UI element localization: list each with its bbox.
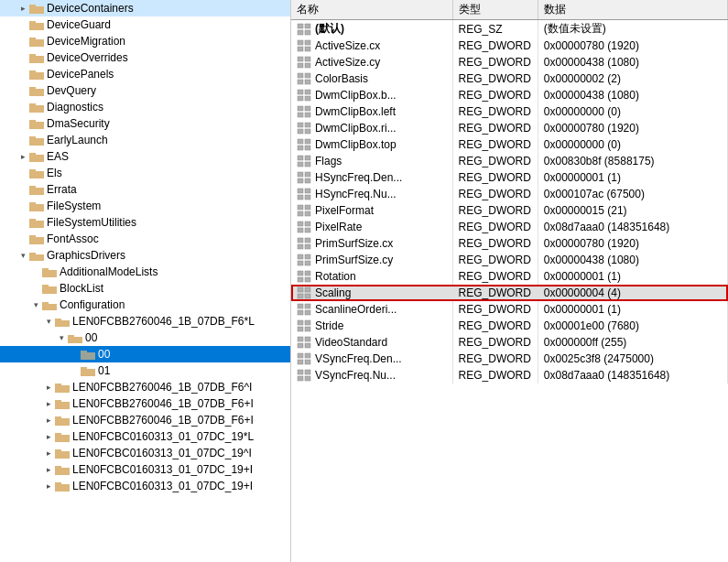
table-row[interactable]: ColorBasisREG_DWORD0x00000002 (2) [291, 70, 728, 87]
table-row[interactable]: RotationREG_DWORD0x00000001 (1) [291, 268, 728, 285]
reg-value-icon [297, 237, 311, 250]
reg-value-icon [297, 105, 311, 118]
table-row[interactable]: DwmClipBox.ri...REG_DWORD0x00000780 (192… [291, 120, 728, 136]
tree-item-DmaSecurity[interactable]: DmaSecurity [0, 115, 290, 132]
svg-rect-49 [55, 402, 70, 409]
svg-rect-37 [42, 302, 49, 304]
svg-rect-112 [305, 228, 310, 232]
tree-item-BlockList[interactable]: BlockList [0, 280, 290, 297]
svg-rect-80 [305, 96, 310, 101]
table-row[interactable]: ActiveSize.cxREG_DWORD0x00000780 (1920) [291, 38, 728, 54]
table-row[interactable]: ScanlineOrderi...REG_DWORD0x00000001 (1) [291, 301, 728, 318]
tree-item-label: LEN0FCBC0160313_01_07DC_19+I [72, 478, 290, 494]
tree-item-LEN0FCBC0160313_01_07DC_19_L[interactable]: LEN0FCBC0160313_01_07DC_19*L [0, 428, 290, 445]
col-header-data: 数据 [538, 0, 727, 20]
tree-item-label: LEN0FCBB2760046_1B_07DB_F6+I [72, 395, 290, 412]
tree-item-DeviceGuard[interactable]: DeviceGuard [0, 16, 290, 33]
tree-item-EAS[interactable]: EAS [0, 148, 290, 165]
svg-rect-132 [305, 310, 310, 315]
svg-rect-54 [55, 433, 61, 436]
table-row[interactable]: ScalingREG_DWORD0x00000004 (4) [291, 285, 728, 301]
tree-item-Diagnostics[interactable]: Diagnostics [0, 99, 290, 115]
table-row[interactable]: ActiveSize.cyREG_DWORD0x00000438 (1080) [291, 54, 728, 70]
table-row[interactable]: (默认)REG_SZ(数值未设置) [291, 20, 728, 38]
table-row[interactable]: DwmClipBox.leftREG_DWORD0x00000000 (0) [291, 103, 728, 120]
reg-value-name-text: Flags [315, 155, 342, 168]
table-row[interactable]: VSyncFreq.Nu...REG_DWORD0x08d7aaa0 (1483… [291, 367, 728, 384]
tree-item-DevQuery[interactable]: DevQuery [0, 82, 290, 99]
tree-item-LEN0FCBC0160313_01_07DC_19_4[interactable]: LEN0FCBC0160313_01_07DC_19+I [0, 478, 290, 494]
tree-item-label: Diagnostics [47, 99, 290, 115]
svg-rect-44 [81, 348, 95, 361]
svg-rect-47 [55, 385, 70, 393]
table-row[interactable]: VSyncFreq.Den...REG_DWORD0x0025c3f8 (247… [291, 351, 728, 367]
tree-item-Errata[interactable]: Errata [0, 181, 290, 198]
tree-item-DeviceContainers[interactable]: DeviceContainers [0, 0, 290, 16]
tree-item-LEN0FCBB2760046_1B_07DB_F6_3[interactable]: LEN0FCBB2760046_1B_07DB_F6+I [0, 395, 290, 412]
table-row[interactable]: DwmClipBox.topREG_DWORD0x00000000 (0) [291, 136, 728, 153]
svg-rect-28 [29, 237, 44, 244]
tree-arrow [29, 265, 42, 278]
table-row[interactable]: StrideREG_DWORD0x00001e00 (7680) [291, 318, 728, 334]
tree-item-FontAssoc[interactable]: FontAssoc [0, 231, 290, 247]
table-row[interactable]: HSyncFreq.Nu...REG_DWORD0x000107ac (6750… [291, 186, 728, 202]
svg-rect-99 [298, 178, 303, 183]
tree-item-DevicePanels[interactable]: DevicePanels [0, 66, 290, 82]
tree-item-EarlyLaunch[interactable]: EarlyLaunch [0, 132, 290, 148]
tree-item-node00[interactable]: 00 [0, 330, 290, 346]
svg-rect-146 [305, 370, 310, 374]
tree-item-LEN0FCBB2760046_1B_07DB_F6_4[interactable]: LEN0FCBB2760046_1B_07DB_F6+I [0, 412, 290, 428]
tree-item-LEN0FCBB2760046_1B_07DB_F6_L[interactable]: LEN0FCBB2760046_1B_07DB_F6*L [0, 313, 290, 330]
tree-item-AdditionalModeLists[interactable]: AdditionalModeLists [0, 264, 290, 280]
tree-item-LEN0FCBB2760046_1B_07DB_F6_2[interactable]: LEN0FCBB2760046_1B_07DB_F6^I [0, 379, 290, 395]
reg-value-icon [297, 89, 311, 102]
reg-value-type: REG_DWORD [452, 301, 538, 318]
tree-item-DeviceMigration[interactable]: DeviceMigration [0, 33, 290, 49]
tree-item-FileSystem[interactable]: FileSystem [0, 198, 290, 214]
tree-item-DeviceOverrides[interactable]: DeviceOverrides [0, 49, 290, 66]
tree-item-label: Configuration [60, 297, 290, 313]
svg-rect-35 [42, 285, 49, 287]
reg-value-type: REG_SZ [452, 20, 538, 38]
tree-item-label: EAS [47, 148, 290, 165]
tree-item-Els[interactable]: Els [0, 165, 290, 181]
table-row[interactable]: PrimSurfSize.cyREG_DWORD0x00000438 (1080… [291, 252, 728, 268]
svg-rect-79 [298, 96, 303, 101]
reg-value-name-text: Rotation [315, 270, 356, 283]
tree-item-node01[interactable]: 01 [0, 362, 290, 379]
table-row[interactable]: FlagsREG_DWORD0x00830b8f (8588175) [291, 153, 728, 169]
reg-value-name: DwmClipBox.left [291, 103, 452, 120]
table-row[interactable]: DwmClipBox.b...REG_DWORD0x00000438 (1080… [291, 87, 728, 103]
reg-value-name-text: ColorBasis [315, 72, 368, 85]
svg-rect-134 [305, 320, 310, 325]
tree-item-label: 00 [98, 346, 290, 362]
tree-arrow [16, 167, 29, 179]
tree-item-LEN0FCBC0160313_01_07DC_19_3[interactable]: LEN0FCBC0160313_01_07DC_19+I [0, 461, 290, 478]
table-row[interactable]: HSyncFreq.Den...REG_DWORD0x00000001 (1) [291, 169, 728, 186]
tree-item-LEN0FCBC0160313_01_07DC_19_2[interactable]: LEN0FCBC0160313_01_07DC_19^I [0, 445, 290, 461]
tree-item-Configuration[interactable]: Configuration [0, 297, 290, 313]
folder-icon [55, 447, 70, 459]
reg-value-name: Rotation [291, 268, 452, 285]
reg-value-icon [297, 155, 311, 168]
tree-arrow [16, 232, 29, 245]
table-row[interactable]: VideoStandardREG_DWORD0x000000ff (255) [291, 334, 728, 351]
svg-rect-77 [298, 90, 303, 94]
svg-rect-6 [29, 56, 44, 63]
tree-item-FileSystemUtilities[interactable]: FileSystemUtilities [0, 214, 290, 231]
svg-rect-106 [305, 205, 310, 210]
tree-item-GraphicsDrivers[interactable]: GraphicsDrivers [0, 247, 290, 264]
reg-value-icon [297, 188, 311, 200]
svg-rect-118 [305, 254, 310, 259]
reg-value-data: 0x00000001 (1) [538, 268, 727, 285]
table-row[interactable]: PrimSurfSize.cxREG_DWORD0x00000780 (1920… [291, 235, 728, 252]
reg-value-icon [297, 221, 311, 233]
tree-arrow [42, 315, 55, 328]
table-row[interactable]: PixelFormatREG_DWORD0x00000015 (21) [291, 202, 728, 219]
svg-rect-4 [29, 39, 44, 47]
reg-value-icon [297, 303, 311, 316]
table-row[interactable]: PixelRateREG_DWORD0x08d7aaa0 (148351648) [291, 219, 728, 235]
svg-rect-136 [305, 327, 310, 331]
svg-rect-124 [305, 277, 310, 282]
tree-item-node00_00[interactable]: 00 [0, 346, 290, 362]
